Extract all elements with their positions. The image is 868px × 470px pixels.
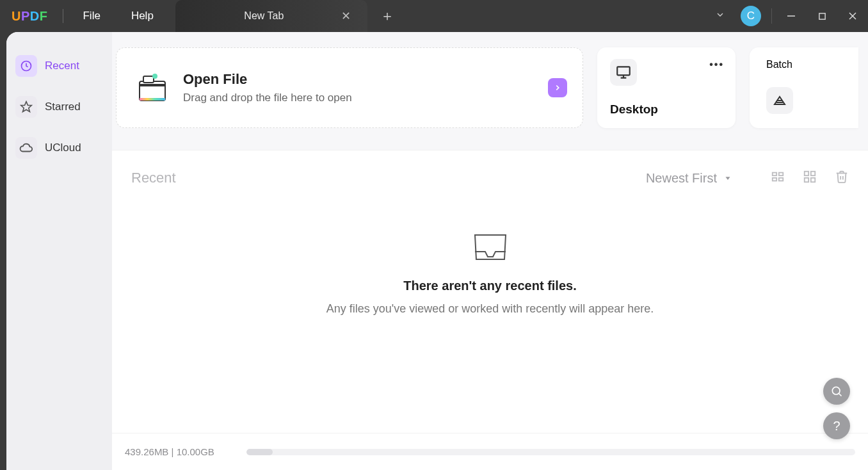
svg-rect-19	[773, 178, 776, 181]
more-icon[interactable]: •••	[709, 59, 724, 70]
clock-icon	[15, 55, 37, 77]
svg-rect-7	[140, 84, 165, 86]
svg-rect-8	[143, 76, 154, 83]
tab-new[interactable]: New Tab ✕	[175, 0, 367, 32]
svg-rect-23	[811, 172, 815, 175]
tab-label: New Tab	[192, 10, 336, 22]
svg-point-9	[152, 74, 157, 79]
add-tab-button[interactable]: ＋	[367, 6, 407, 26]
open-file-title: Open File	[183, 71, 352, 88]
window-close-button[interactable]	[837, 0, 868, 32]
sort-label: Newest First	[646, 171, 717, 186]
svg-rect-25	[811, 178, 815, 182]
search-button[interactable]	[823, 378, 850, 405]
open-file-card[interactable]: Open File Drag and drop the file here to…	[116, 47, 583, 128]
empty-state: There aren't any recent files. Any files…	[131, 231, 849, 316]
grid-view-icon[interactable]	[803, 170, 817, 186]
sort-dropdown[interactable]: Newest First	[646, 171, 732, 186]
sidebar-item-label: Recent	[45, 60, 79, 72]
recent-heading: Recent	[131, 170, 176, 186]
storage-bar: 439.26MB | 10.00GB	[112, 433, 868, 470]
desktop-label: Desktop	[610, 102, 723, 117]
sidebar-item-starred[interactable]: Starred	[12, 92, 107, 122]
open-file-arrow-button[interactable]	[548, 78, 567, 97]
svg-rect-20	[779, 173, 783, 176]
app-body: Recent Starred UCloud	[6, 32, 868, 470]
svg-rect-21	[779, 178, 783, 181]
cloud-icon	[15, 137, 37, 159]
list-view-icon[interactable]	[771, 170, 785, 186]
monitor-icon	[610, 59, 637, 86]
sidebar-item-ucloud[interactable]: UCloud	[12, 133, 107, 163]
folder-icon	[134, 70, 170, 106]
sidebar-item-label: UCloud	[45, 142, 81, 154]
divider	[771, 8, 772, 24]
storage-text: 439.26MB | 10.00GB	[125, 446, 234, 457]
inbox-icon	[471, 231, 510, 270]
storage-track	[246, 449, 855, 455]
title-bar: UPDF File Help New Tab ✕ ＋ C	[0, 0, 868, 32]
window-maximize-button[interactable]	[807, 0, 837, 32]
sidebar-item-label: Starred	[45, 101, 81, 113]
svg-rect-22	[805, 172, 808, 175]
help-button[interactable]: ?	[823, 412, 850, 439]
sidebar-item-recent[interactable]: Recent	[12, 51, 107, 81]
svg-rect-24	[805, 178, 808, 182]
desktop-tile[interactable]: ••• Desktop	[597, 47, 735, 128]
open-file-subtitle: Drag and drop the file here to open	[183, 92, 352, 104]
menu-help[interactable]: Help	[116, 10, 169, 22]
window-minimize-button[interactable]	[776, 0, 807, 32]
menu-file[interactable]: File	[67, 10, 115, 22]
empty-title: There aren't any recent files.	[403, 279, 576, 293]
svg-line-27	[839, 394, 842, 396]
storage-fill	[246, 449, 273, 455]
close-icon[interactable]: ✕	[336, 6, 356, 26]
avatar[interactable]: C	[741, 6, 761, 26]
svg-rect-18	[773, 173, 776, 176]
view-toggle	[771, 170, 849, 186]
sidebar: Recent Starred UCloud	[6, 32, 112, 470]
svg-point-26	[832, 387, 840, 394]
batch-tile[interactable]: Batch	[750, 47, 858, 128]
star-icon	[15, 96, 37, 118]
empty-subtitle: Any files you've viewed or worked with r…	[326, 302, 654, 316]
svg-rect-1	[819, 13, 824, 19]
main-area: Open File Drag and drop the file here to…	[112, 32, 868, 470]
batch-label: Batch	[766, 59, 844, 70]
svg-rect-10	[140, 98, 165, 101]
app-logo: UPDF	[0, 9, 59, 24]
recent-section: Recent Newest First	[112, 150, 868, 470]
svg-marker-5	[21, 102, 32, 112]
scanner-icon	[766, 87, 793, 114]
recent-header: Recent Newest First	[131, 170, 849, 186]
chevron-down-icon[interactable]	[706, 10, 734, 22]
trash-icon[interactable]	[835, 170, 849, 186]
divider	[63, 9, 63, 23]
svg-marker-17	[726, 177, 730, 180]
cards-row: Open File Drag and drop the file here to…	[112, 32, 868, 143]
svg-rect-11	[617, 67, 630, 75]
